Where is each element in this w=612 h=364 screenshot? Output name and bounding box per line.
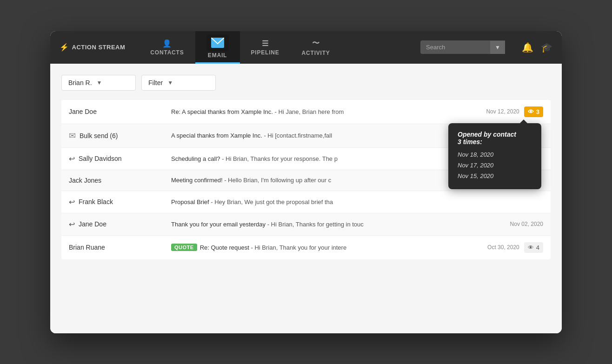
open-count-badge[interactable]: 👁 3 bbox=[524, 106, 543, 117]
help-icon[interactable]: 🎓 bbox=[541, 42, 552, 53]
user-filter-chevron-icon: ▼ bbox=[97, 79, 102, 86]
eye-icon: 👁 bbox=[528, 244, 534, 251]
app-container: ⚡ ACTION STREAM 👤 CONTACTS EMAIL bbox=[50, 31, 562, 333]
email-subject-preview: Meeting confirmed! - Hello Brian, I'm fo… bbox=[171, 177, 497, 184]
quote-badge: QUOTE bbox=[171, 244, 197, 251]
open-count: 4 bbox=[536, 244, 539, 251]
sender-name: ✉ Bulk send (6) bbox=[69, 131, 171, 141]
reply-icon: ↩ bbox=[69, 198, 75, 206]
main-content: Brian R. ▼ Filter ▼ Jane Doe Re: A speci… bbox=[50, 64, 562, 333]
email-subject-preview: Scheduling a call? - Hi Brian, Thanks fo… bbox=[171, 155, 497, 162]
contacts-tab-label: CONTACTS bbox=[150, 49, 184, 56]
table-row[interactable]: Jane Doe Re: A special thanks from Xampl… bbox=[61, 100, 551, 124]
eye-icon: 👁 bbox=[528, 108, 534, 115]
email-list: Jane Doe Re: A special thanks from Xampl… bbox=[61, 100, 551, 259]
table-row[interactable]: Brian Ruane QUOTE Re: Quote request - Hi… bbox=[61, 236, 551, 259]
sender-name: Jane Doe bbox=[69, 108, 171, 115]
user-filter-label: Brian R. bbox=[68, 79, 92, 86]
email-icon-box bbox=[206, 35, 229, 51]
tab-contacts[interactable]: 👤 CONTACTS bbox=[139, 31, 195, 64]
search-dropdown-button[interactable]: ▼ bbox=[490, 41, 505, 54]
notifications-icon[interactable]: 🔔 bbox=[522, 42, 533, 53]
email-subject-preview: Proposal Brief - Hey Brian, We just got … bbox=[171, 199, 497, 205]
search-wrapper: ▼ bbox=[420, 40, 505, 54]
nav-tabs: 👤 CONTACTS EMAIL ☰ PIPELINE bbox=[139, 31, 420, 64]
sender-name: ↩ Frank Black bbox=[69, 198, 171, 206]
tab-pipeline[interactable]: ☰ PIPELINE bbox=[240, 31, 291, 64]
contacts-icon: 👤 bbox=[162, 39, 172, 48]
nav-right-icons: 🔔 🎓 bbox=[522, 42, 552, 53]
activity-tab-label: ACTIVITY bbox=[302, 50, 330, 56]
bulk-send-icon: ✉ bbox=[69, 131, 76, 141]
search-input[interactable] bbox=[420, 40, 490, 54]
filter-dropdown[interactable]: Filter ▼ bbox=[141, 75, 216, 91]
sender-name: Brian Ruane bbox=[69, 244, 171, 251]
tab-activity[interactable]: 〜 ACTIVITY bbox=[291, 31, 341, 64]
table-row[interactable]: ↩ Jane Doe Thank you for your email yest… bbox=[61, 213, 551, 236]
pipeline-tab-label: PIPELINE bbox=[251, 49, 279, 56]
filter-label: Filter bbox=[148, 79, 163, 86]
activity-icon: 〜 bbox=[312, 39, 320, 48]
email-subject-preview: A special thanks from Xample Inc. - Hi [… bbox=[171, 132, 497, 139]
email-tab-label: EMAIL bbox=[208, 52, 227, 59]
email-icon bbox=[211, 38, 224, 48]
email-date: Nov 12, 2020 bbox=[473, 108, 519, 115]
email-subject-preview: QUOTE Re: Quote request - Hi Brian, Than… bbox=[171, 244, 473, 251]
filter-chevron-icon: ▼ bbox=[167, 79, 173, 86]
tab-email[interactable]: EMAIL bbox=[195, 31, 240, 64]
reply-icon: ↩ bbox=[69, 154, 75, 163]
open-count: 3 bbox=[536, 108, 539, 115]
sender-name: Jack Jones bbox=[69, 177, 171, 184]
email-date: Nov 02, 2020 bbox=[497, 221, 543, 227]
table-row[interactable]: ↩ Frank Black Proposal Brief - Hey Brian… bbox=[61, 191, 551, 213]
search-area: ▼ bbox=[420, 40, 505, 54]
bolt-icon: ⚡ bbox=[60, 43, 69, 52]
pipeline-icon: ☰ bbox=[262, 39, 269, 48]
email-subject-preview: Thank you for your email yesterday - Hi … bbox=[171, 221, 497, 228]
user-filter-dropdown[interactable]: Brian R. ▼ bbox=[61, 75, 136, 91]
email-date: Oct 30, 2020 bbox=[473, 244, 519, 251]
tooltip-dates: Nov 18, 2020 Nov 17, 2020 Nov 15, 2020 bbox=[458, 149, 532, 182]
reply-icon: ↩ bbox=[69, 220, 75, 229]
action-stream-label: ACTION STREAM bbox=[72, 44, 126, 51]
action-stream-nav[interactable]: ⚡ ACTION STREAM bbox=[60, 43, 125, 52]
email-subject-preview: Re: A special thanks from Xample Inc. - … bbox=[171, 108, 473, 115]
open-count-badge-plain[interactable]: 👁 4 bbox=[524, 242, 543, 253]
tooltip-title: Opened by contact 3 times: bbox=[458, 131, 532, 146]
email-open-tooltip: Opened by contact 3 times: Nov 18, 2020 … bbox=[448, 123, 541, 189]
nav-bar: ⚡ ACTION STREAM 👤 CONTACTS EMAIL bbox=[50, 31, 562, 64]
filter-row: Brian R. ▼ Filter ▼ bbox=[61, 75, 551, 91]
sender-name: ↩ Sally Davidson bbox=[69, 154, 171, 163]
sender-name: ↩ Jane Doe bbox=[69, 220, 171, 229]
